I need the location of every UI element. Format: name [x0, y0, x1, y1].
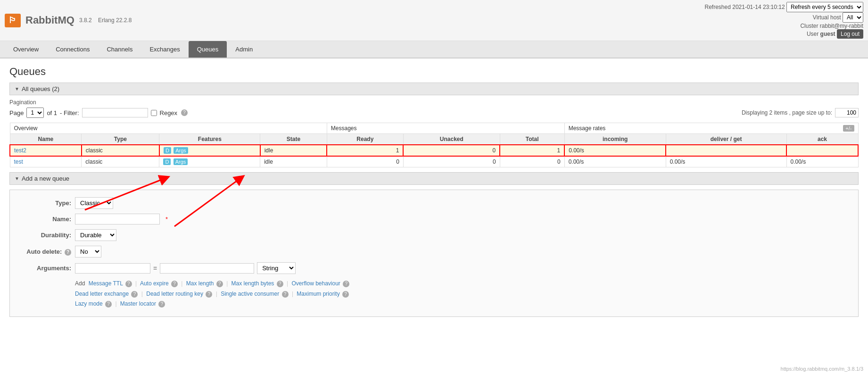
arg-link-dead-letter-exchange[interactable]: Dead letter exchange [75, 291, 129, 297]
col-features: Features [159, 134, 260, 145]
col-name: Name [10, 134, 82, 145]
dead-letter-exchange-help-icon[interactable]: ? [131, 291, 138, 298]
messages-header: Messages [331, 125, 357, 132]
form-row-type: Type: Classic Quorum [19, 197, 849, 209]
row1-name[interactable]: test2 [10, 145, 82, 156]
lazy-mode-help-icon[interactable]: ? [105, 301, 112, 308]
cluster-row: Cluster rabbit@my-rabbit [705, 23, 863, 29]
col-ack: ack [786, 134, 858, 145]
page-title: Queues [9, 66, 859, 78]
equals-sign: = [153, 265, 157, 272]
virtual-host-select[interactable]: All [843, 12, 863, 23]
max-length-bytes-help-icon[interactable]: ? [277, 281, 283, 287]
auto-delete-label: Auto delete: ? [19, 248, 71, 256]
arg-link-overflow-behaviour[interactable]: Overflow behaviour [291, 280, 340, 287]
logo-area: 🏳 RabbitMQ 3.8.2 Erlang 22.2.8 [5, 14, 132, 27]
version-info: 3.8.2 Erlang 22.2.8 [79, 17, 132, 24]
add-queue-form: Type: Classic Quorum Name: * Durability:… [9, 190, 859, 317]
plus-minus-btn[interactable]: +/- [843, 125, 854, 132]
regex-checkbox[interactable] [151, 110, 157, 116]
pagination-right: Displaying 2 items , page size up to: [742, 108, 859, 117]
pagination-row: Page 1 of 1 - Filter: Regex ? Displaying… [9, 108, 859, 118]
nav-exchanges[interactable]: Exchanges [141, 41, 188, 58]
args-val-input[interactable] [160, 263, 254, 274]
row2-ready: 0 [327, 156, 403, 167]
tag-d: D [164, 147, 171, 154]
filter-label: - Filter: [60, 109, 79, 116]
auto-expire-help-icon[interactable]: ? [171, 281, 178, 287]
row2-total: 0 [500, 156, 564, 167]
top-bar: 🏳 RabbitMQ 3.8.2 Erlang 22.2.8 Refreshed… [0, 0, 868, 41]
page-select[interactable]: 1 [26, 108, 44, 118]
row1-ready: 1 [327, 145, 403, 156]
row1-incoming: 0.00/s [564, 145, 666, 156]
message-ttl-help-icon[interactable]: ? [125, 281, 132, 287]
nav-channels[interactable]: Channels [98, 41, 141, 58]
arg-link-single-active-consumer[interactable]: Single active consumer [221, 291, 279, 297]
args-type-select[interactable]: String Number Boolean [257, 262, 296, 274]
arg-link-max-length[interactable]: Max length [186, 280, 214, 287]
add-queue-header[interactable]: ▼ Add a new queue [9, 172, 859, 185]
type-select[interactable]: Classic Quorum [75, 197, 113, 209]
collapse-icon: ▼ [15, 86, 19, 91]
overflow-behaviour-help-icon[interactable]: ? [343, 281, 349, 287]
of-label: of 1 [47, 109, 57, 116]
table-row[interactable]: test classic D Args idle 0 0 0 0.00/s 0.… [10, 156, 858, 167]
nav-queues[interactable]: Queues [189, 41, 227, 58]
message-rates-header: Message rates [569, 125, 606, 132]
displaying-text: Displaying 2 items , page size up to: [742, 109, 832, 116]
arg-link-dead-letter-routing-key[interactable]: Dead letter routing key [146, 291, 203, 297]
row1-state: idle [260, 145, 327, 156]
form-row-name: Name: * [19, 214, 849, 224]
refresh-select[interactable]: Refresh every 5 seconds [786, 2, 863, 12]
filter-input[interactable] [82, 108, 148, 117]
queues-table: Overview Messages Message rates +/- Name… [9, 123, 859, 167]
nav-connections[interactable]: Connections [47, 41, 98, 58]
args-key-input[interactable] [75, 263, 150, 274]
arg-link-message-ttl[interactable]: Message TTL [89, 280, 123, 287]
table-row[interactable]: test2 classic D Args idle 1 0 1 0.00/s [10, 145, 858, 156]
logo-text: RabbitMQ [25, 14, 74, 26]
col-state: State [260, 134, 327, 145]
dead-letter-routing-key-help-icon[interactable]: ? [206, 291, 212, 298]
row2-incoming: 0.00/s [564, 156, 666, 167]
logout-button[interactable]: Log out [837, 29, 863, 39]
row2-features: D Args [159, 156, 260, 167]
arg-link-maximum-priority[interactable]: Maximum priority [297, 291, 339, 297]
arg-link-lazy-mode[interactable]: Lazy mode [75, 300, 103, 307]
refresh-info: Refreshed 2021-01-14 23:10:12 Refresh ev… [705, 2, 863, 12]
all-queues-label: All queues (2) [22, 85, 59, 92]
auto-delete-select[interactable]: No Yes [75, 246, 101, 258]
arg-link-max-length-bytes[interactable]: Max length bytes [231, 280, 274, 287]
form-row-auto-delete: Auto delete: ? No Yes [19, 246, 849, 258]
row2-state: idle [260, 156, 327, 167]
col-unacked: Unacked [403, 134, 500, 145]
name-input[interactable] [75, 214, 160, 224]
auto-delete-help-icon[interactable]: ? [65, 249, 71, 256]
all-queues-header[interactable]: ▼ All queues (2) [9, 83, 859, 95]
nav-admin[interactable]: Admin [227, 41, 261, 58]
arg-link-auto-expire[interactable]: Auto expire [140, 280, 169, 287]
nav-overview[interactable]: Overview [5, 41, 47, 58]
tag-args: Args [174, 158, 188, 165]
max-length-help-icon[interactable]: ? [216, 281, 223, 287]
args-inputs: = String Number Boolean [75, 262, 296, 274]
durability-select[interactable]: Durable Transient [75, 229, 116, 241]
row1-deliver-get [666, 145, 786, 156]
arg-link-master-locator[interactable]: Master locator [120, 300, 156, 307]
col-total: Total [500, 134, 564, 145]
maximum-priority-help-icon[interactable]: ? [342, 291, 349, 298]
pagination-label: Pagination [9, 99, 859, 106]
col-ready: Ready [327, 134, 403, 145]
single-active-consumer-help-icon[interactable]: ? [282, 291, 289, 298]
row2-ack: 0.00/s [786, 156, 858, 167]
add-label: Add [75, 280, 85, 287]
page-size-input[interactable] [835, 108, 859, 117]
form-row-arguments: Arguments: = String Number Boolean [19, 262, 849, 274]
durability-label: Durability: [19, 232, 71, 239]
row2-name[interactable]: test [10, 156, 82, 167]
page-label: Page [9, 109, 24, 116]
regex-help-icon[interactable]: ? [181, 109, 188, 116]
add-queue-collapse-icon: ▼ [15, 176, 19, 181]
master-locator-help-icon[interactable]: ? [158, 301, 165, 308]
